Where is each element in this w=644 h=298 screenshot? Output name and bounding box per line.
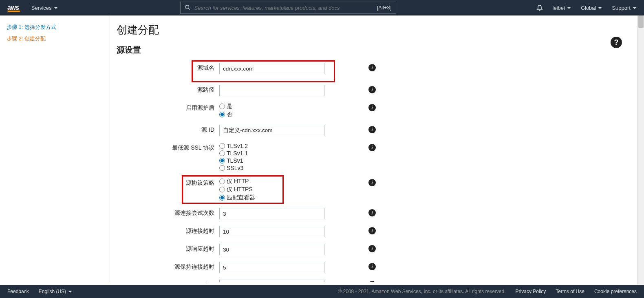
input-conn-attempts[interactable]	[219, 208, 324, 219]
feedback-link[interactable]: Feedback	[7, 289, 29, 294]
info-icon[interactable]: i	[368, 245, 376, 252]
chevron-down-icon	[68, 291, 72, 293]
user-menu[interactable]: leibei	[553, 5, 571, 11]
label-keepalive-timeout: 源保持连接超时	[117, 262, 219, 271]
info-icon[interactable]: i	[368, 263, 376, 270]
chevron-down-icon	[567, 7, 571, 9]
notifications-icon[interactable]	[536, 4, 543, 11]
support-menu[interactable]: Support	[612, 5, 637, 11]
radio-shield-no[interactable]: 否	[219, 111, 232, 118]
info-icon[interactable]: i	[368, 227, 376, 234]
label-protocol-policy: 源协议策略	[117, 178, 219, 187]
step-2-link[interactable]: 步骤 2: 创建分配	[7, 35, 103, 42]
aws-logo[interactable]: aws	[7, 4, 31, 12]
language-menu[interactable]: English (US)	[39, 289, 72, 294]
top-nav: aws Services [Alt+S] leibei Global Suppo…	[0, 0, 644, 15]
info-icon[interactable]: i	[368, 126, 376, 133]
search-shortcut: [Alt+S]	[377, 5, 392, 11]
info-icon[interactable]: i	[368, 64, 376, 71]
svg-line-1	[188, 8, 190, 10]
label-min-ssl: 最低源 SSL 协议	[117, 143, 219, 152]
radio-proto-match[interactable]: 匹配查看器	[219, 194, 255, 201]
radio-ssl-tlsv12[interactable]: TLSv1.2	[219, 143, 248, 149]
search-input[interactable]	[194, 5, 377, 11]
label-http-port: HTTP 端口	[117, 280, 219, 282]
cookies-link[interactable]: Cookie preferences	[594, 289, 637, 294]
radio-ssl-tlsv11[interactable]: TLSv1.1	[219, 150, 248, 157]
radio-ssl-tlsv1[interactable]: TLSv1	[219, 157, 248, 164]
radio-proto-http[interactable]: 仅 HTTP	[219, 178, 255, 185]
label-conn-attempts: 源连接尝试次数	[117, 208, 219, 217]
svg-point-0	[185, 5, 189, 9]
input-origin-domain[interactable]	[219, 63, 324, 74]
search-icon	[185, 4, 190, 11]
footer: Feedback English (US) © 2008 - 2021, Ama…	[0, 285, 644, 298]
label-origin-path: 源路径	[117, 85, 219, 94]
services-menu[interactable]: Services	[31, 5, 58, 11]
radio-ssl-sslv3[interactable]: SSLv3	[219, 165, 248, 171]
chevron-down-icon	[598, 7, 602, 9]
page-title: 创建分配	[117, 23, 633, 37]
copyright: © 2008 - 2021, Amazon Web Services, Inc.…	[338, 289, 505, 294]
info-icon[interactable]: i	[368, 144, 376, 151]
scroll-thumb[interactable]	[638, 15, 644, 28]
info-icon[interactable]: i	[368, 179, 376, 186]
input-resp-timeout[interactable]	[219, 244, 324, 255]
scrollbar[interactable]	[637, 15, 644, 285]
help-icon[interactable]: ?	[611, 37, 622, 48]
chevron-down-icon	[633, 7, 637, 9]
input-origin-id[interactable]	[219, 125, 324, 136]
search-box[interactable]: [Alt+S]	[180, 2, 396, 14]
input-origin-path[interactable]	[219, 85, 324, 96]
info-icon[interactable]: i	[368, 86, 376, 93]
label-origin-shield: 启用源护盾	[117, 103, 219, 112]
info-icon[interactable]: i	[368, 104, 376, 111]
section-title: 源设置	[117, 44, 633, 55]
input-conn-timeout[interactable]	[219, 226, 324, 237]
input-keepalive-timeout[interactable]	[219, 262, 324, 273]
radio-proto-https[interactable]: 仅 HTTPS	[219, 186, 255, 193]
chevron-down-icon	[54, 7, 58, 9]
info-icon[interactable]: i	[368, 281, 376, 282]
info-icon[interactable]: i	[368, 209, 376, 216]
label-resp-timeout: 源响应超时	[117, 244, 219, 253]
main-content: ? 创建分配 源设置 源域名 i 源路径 i	[110, 15, 644, 282]
step-1-link[interactable]: 步骤 1: 选择分发方式	[7, 24, 103, 31]
region-menu[interactable]: Global	[581, 5, 602, 11]
sidebar: 步骤 1: 选择分发方式 步骤 2: 创建分配	[0, 15, 110, 282]
privacy-link[interactable]: Privacy Policy	[516, 289, 546, 294]
terms-link[interactable]: Terms of Use	[556, 289, 584, 294]
radio-shield-yes[interactable]: 是	[219, 103, 232, 110]
label-conn-timeout: 源连接超时	[117, 226, 219, 235]
input-http-port[interactable]	[219, 280, 324, 282]
label-origin-id: 源 ID	[117, 125, 219, 134]
label-origin-domain: 源域名	[117, 63, 219, 72]
